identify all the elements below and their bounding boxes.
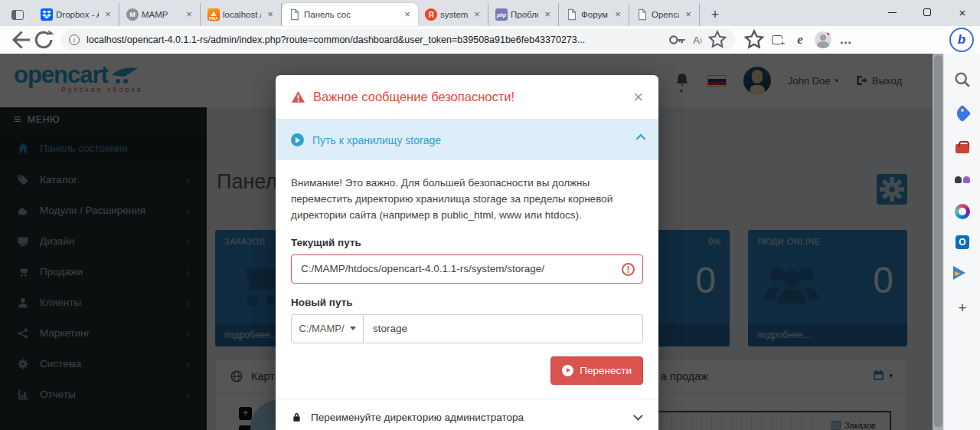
tab-forum[interactable]: Форум опе × bbox=[559, 3, 629, 26]
chevron-up-icon bbox=[636, 134, 646, 144]
add-sidebar-item-icon[interactable]: + bbox=[953, 299, 972, 317]
arrow-circle-icon bbox=[562, 365, 573, 376]
phpmyadmin-favicon-icon: РМА bbox=[207, 8, 220, 21]
navigation-bar: i localhost/opencart-4.0.1.1-rs/admin/in… bbox=[0, 26, 980, 54]
modal-close-icon[interactable]: × bbox=[633, 89, 643, 106]
edge-sidebar: O + bbox=[943, 54, 980, 430]
admin-section-title: Переименуйте директорию администратора bbox=[311, 412, 524, 423]
tab-yandex[interactable]: Я system\libra × bbox=[418, 3, 488, 26]
yandex-favicon-icon: Я bbox=[425, 8, 437, 21]
tab-label: localhost / l bbox=[223, 10, 261, 19]
new-path-label: Новый путь bbox=[291, 297, 643, 308]
move-button[interactable]: Перенести bbox=[550, 356, 643, 385]
ie-mode-icon[interactable]: e bbox=[789, 29, 812, 51]
favorites-bar-icon[interactable] bbox=[743, 29, 766, 51]
tab-label: Opencart 4 bbox=[652, 10, 679, 19]
tab-php[interactable]: php Проблема × bbox=[488, 3, 559, 26]
admin-rename-accordion-header[interactable]: Переименуйте директорию администратора bbox=[276, 399, 658, 430]
current-path-label: Текущий путь bbox=[291, 237, 643, 248]
restore-button[interactable] bbox=[910, 0, 945, 25]
favorite-star-icon[interactable] bbox=[707, 30, 727, 50]
tab-label: Проблема bbox=[511, 10, 538, 19]
tab-close-icon[interactable]: × bbox=[541, 8, 554, 21]
tab-label: Панель сос bbox=[304, 10, 398, 19]
storage-warning-text: Внимание! Это важно. Для большей безопас… bbox=[291, 176, 637, 224]
profile-notification-dot bbox=[826, 31, 831, 36]
games-icon[interactable] bbox=[953, 170, 972, 189]
settings-more-icon[interactable]: … bbox=[835, 29, 858, 51]
back-button[interactable] bbox=[9, 28, 32, 51]
page-scrollbar[interactable] bbox=[933, 54, 943, 430]
arrow-circle-icon bbox=[291, 133, 304, 146]
minimize-button[interactable] bbox=[874, 0, 910, 25]
tab-opencart[interactable]: Opencart 4 × bbox=[629, 3, 700, 26]
password-key-icon[interactable] bbox=[668, 30, 688, 50]
drive-select[interactable]: C:/MAMP/ bbox=[291, 314, 364, 343]
new-tab-button[interactable]: + bbox=[704, 4, 726, 25]
url-text[interactable]: localhost/opencart-4.0.1.1-rs/admin/inde… bbox=[87, 34, 668, 45]
page-favicon-icon bbox=[289, 8, 301, 21]
collections-icon[interactable]: + bbox=[766, 29, 789, 51]
tab-dropbox[interactable]: Dropbox - A × bbox=[34, 3, 119, 26]
scrollbar-thumb[interactable] bbox=[934, 55, 942, 427]
storage-accordion-header[interactable]: Путь к хранилищу storage bbox=[276, 119, 658, 160]
dropbox-favicon-icon bbox=[41, 8, 53, 21]
page-favicon-icon bbox=[636, 8, 648, 21]
tab-label: Форум опе bbox=[581, 10, 609, 19]
close-window-button[interactable]: × bbox=[945, 0, 980, 25]
toolbox-icon[interactable] bbox=[953, 138, 972, 156]
read-aloud-icon[interactable]: A) bbox=[688, 30, 707, 50]
site-info-icon[interactable]: i bbox=[69, 34, 80, 45]
tab-close-icon[interactable]: × bbox=[102, 8, 114, 21]
browser-window: Dropbox - A × M MAMP × РМА localhost / l… bbox=[0, 0, 980, 430]
mamp-favicon-icon: M bbox=[126, 8, 139, 21]
tab-close-icon[interactable]: × bbox=[401, 8, 413, 21]
tab-mamp[interactable]: M MAMP × bbox=[119, 3, 201, 26]
warning-icon bbox=[291, 90, 305, 104]
current-path-field-wrap: ! bbox=[291, 254, 643, 284]
microsoft-365-icon[interactable] bbox=[953, 202, 972, 221]
chevron-down-icon bbox=[633, 411, 643, 421]
php-favicon-icon: php bbox=[495, 8, 508, 21]
bing-discover-icon[interactable]: b bbox=[949, 28, 974, 52]
page-favicon-icon bbox=[566, 8, 578, 21]
lock-icon bbox=[291, 411, 302, 423]
tab-phpmyadmin[interactable]: РМА localhost / l × bbox=[201, 3, 282, 26]
tab-strip: Dropbox - A × M MAMP × РМА localhost / l… bbox=[0, 0, 980, 26]
caret-down-icon bbox=[350, 327, 356, 333]
tab-close-icon[interactable]: × bbox=[471, 8, 483, 21]
refresh-button[interactable] bbox=[32, 28, 55, 51]
tab-actions-icon[interactable] bbox=[6, 5, 29, 25]
current-path-input[interactable] bbox=[292, 263, 642, 274]
profile-avatar-icon[interactable] bbox=[812, 29, 835, 51]
shopping-icon[interactable] bbox=[953, 104, 972, 123]
security-modal: Важное сообщение безопасности! × Путь к … bbox=[276, 75, 658, 430]
sidebar-search-icon[interactable] bbox=[953, 71, 972, 89]
drop-icon[interactable] bbox=[953, 264, 972, 282]
address-bar[interactable]: i localhost/opencart-4.0.1.1-rs/admin/in… bbox=[61, 29, 735, 51]
tab-dashboard-active[interactable]: Панель сос × bbox=[282, 3, 418, 26]
modal-title: Важное сообщение безопасности! bbox=[313, 90, 514, 104]
error-icon: ! bbox=[622, 263, 635, 276]
tab-label: system\libra bbox=[440, 10, 468, 19]
storage-section-title: Путь к хранилищу storage bbox=[312, 134, 441, 146]
tab-close-icon[interactable]: × bbox=[183, 8, 195, 21]
tab-close-icon[interactable]: × bbox=[682, 8, 694, 21]
tab-close-icon[interactable]: × bbox=[612, 8, 624, 21]
outlook-icon[interactable]: O bbox=[953, 233, 972, 251]
tab-label: Dropbox - A bbox=[56, 10, 99, 19]
new-path-input[interactable] bbox=[364, 314, 643, 343]
tab-close-icon[interactable]: × bbox=[264, 8, 276, 21]
tab-label: MAMP bbox=[142, 10, 180, 19]
